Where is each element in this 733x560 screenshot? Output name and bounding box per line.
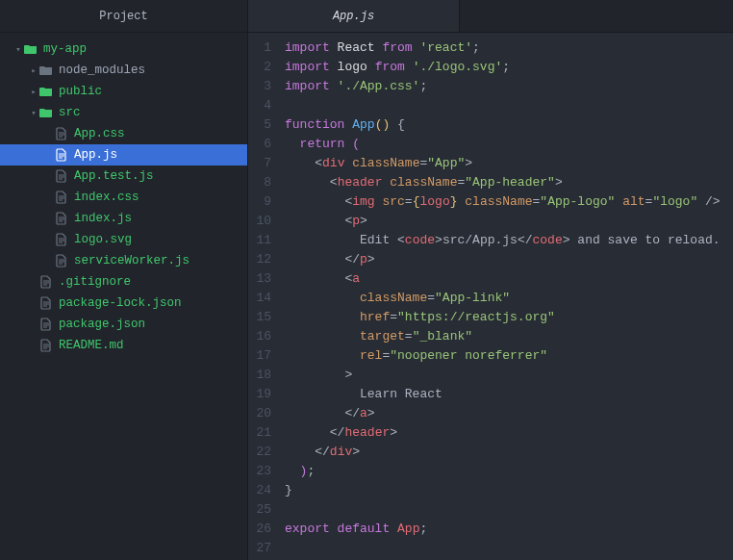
tree-item--gitignore[interactable]: .gitignore (0, 271, 247, 293)
code-line[interactable]: } (285, 481, 733, 500)
tree-item-label: App.css (74, 127, 125, 140)
tree-item-package-json[interactable]: package.json (0, 314, 247, 335)
code-line[interactable]: <a (285, 269, 733, 289)
line-number: 11 (248, 231, 271, 250)
line-number: 8 (248, 173, 271, 192)
tree-item-index-css[interactable]: index.css (0, 187, 247, 208)
line-number: 4 (248, 96, 271, 115)
tree-item-label: .gitignore (59, 275, 131, 289)
tree-item-src[interactable]: ▾ src (0, 102, 247, 123)
code-line[interactable]: function App() { (285, 115, 733, 135)
code-content[interactable]: import React from 'react';import logo fr… (281, 38, 733, 560)
line-number: 16 (248, 327, 271, 346)
chevron-right-icon[interactable]: ▸ (29, 65, 38, 76)
code-area[interactable]: 1234567891011121314151617181920212223242… (248, 33, 733, 560)
tree-item-label: App.test.js (74, 169, 154, 183)
line-number: 24 (248, 481, 271, 500)
line-number: 13 (248, 269, 271, 289)
code-line[interactable]: return ( (285, 135, 733, 154)
tree-item-label: package.json (59, 318, 145, 331)
line-number: 27 (248, 539, 271, 558)
tree-item-my-app[interactable]: ▾ my-app (0, 38, 247, 60)
tree-item-label: public (59, 85, 102, 98)
tree-item-app-js[interactable]: App.js (0, 144, 247, 165)
project-sidebar: Project ▾ my-app▸ node_modules▸ public▾ … (0, 0, 248, 560)
tree-item-label: my-app (43, 42, 87, 56)
line-number: 19 (248, 385, 271, 404)
chevron-right-icon[interactable]: ▸ (29, 87, 38, 97)
tree-item-readme-md[interactable]: README.md (0, 335, 247, 356)
code-line[interactable]: import logo from './logo.svg'; (285, 58, 733, 77)
code-line[interactable] (285, 96, 733, 115)
line-number: 5 (248, 115, 271, 135)
folder-open-icon (23, 43, 38, 55)
code-line[interactable]: <img src={logo} className="App-logo" alt… (285, 192, 733, 212)
code-line[interactable]: <p> (285, 212, 733, 231)
sidebar-title: Project (0, 0, 247, 33)
code-line[interactable]: ); (285, 462, 733, 481)
tree-item-label: serviceWorker.js (74, 254, 190, 267)
tree-item-node_modules[interactable]: ▸ node_modules (0, 60, 247, 81)
file-icon (54, 148, 69, 162)
file-icon (38, 339, 54, 352)
tree-item-index-js[interactable]: index.js (0, 208, 247, 229)
line-number: 20 (248, 404, 271, 423)
editor-pane: App.js 123456789101112131415161718192021… (248, 0, 733, 560)
tree-item-label: package-lock.json (59, 296, 182, 310)
code-line[interactable]: import './App.css'; (285, 77, 733, 96)
code-line[interactable]: href="https://reactjs.org" (285, 308, 733, 327)
line-number: 23 (248, 462, 271, 481)
tree-item-package-lock-json[interactable]: package-lock.json (0, 293, 247, 314)
code-line[interactable]: </p> (285, 250, 733, 269)
tree-item-label: App.js (74, 148, 117, 162)
code-line[interactable]: export default App; (285, 520, 733, 539)
code-line[interactable]: </header> (285, 423, 733, 443)
line-number: 18 (248, 366, 271, 385)
file-icon (54, 169, 69, 183)
code-line[interactable]: > (285, 366, 733, 385)
file-icon (54, 212, 69, 225)
code-line[interactable] (285, 539, 733, 558)
line-number: 7 (248, 154, 271, 173)
tree-item-label: index.js (74, 212, 132, 225)
tree-item-serviceworker-js[interactable]: serviceWorker.js (0, 250, 247, 271)
line-number: 22 (248, 443, 271, 462)
tree-item-label: index.css (74, 191, 139, 204)
tree-item-label: README.md (59, 339, 124, 352)
line-number: 17 (248, 346, 271, 366)
line-number: 9 (248, 192, 271, 212)
folder-open-icon (38, 107, 54, 118)
code-line[interactable]: target="_blank" (285, 327, 733, 346)
line-gutter: 1234567891011121314151617181920212223242… (248, 38, 281, 560)
line-number: 2 (248, 58, 271, 77)
code-line[interactable]: import React from 'react'; (285, 38, 733, 58)
line-number: 14 (248, 289, 271, 308)
code-line[interactable]: <header className="App-header"> (285, 173, 733, 192)
tab-app-js[interactable]: App.js (248, 0, 460, 32)
tree-item-app-test-js[interactable]: App.test.js (0, 165, 247, 187)
line-number: 10 (248, 212, 271, 231)
line-number: 12 (248, 250, 271, 269)
code-line[interactable]: rel="noopener noreferrer" (285, 346, 733, 366)
line-number: 15 (248, 308, 271, 327)
code-line[interactable] (285, 500, 733, 520)
tree-item-app-css[interactable]: App.css (0, 123, 247, 144)
line-number: 25 (248, 500, 271, 520)
file-icon (38, 275, 54, 289)
tree-item-label: logo.svg (74, 233, 132, 246)
code-line[interactable]: </a> (285, 404, 733, 423)
editor-tabs: App.js (248, 0, 733, 33)
code-line[interactable]: Edit <code>src/App.js</code> and save to… (285, 231, 733, 250)
folder-open-icon (38, 86, 54, 97)
tree-item-logo-svg[interactable]: logo.svg (0, 229, 247, 250)
chevron-down-icon[interactable]: ▾ (29, 108, 38, 118)
code-line[interactable]: <div className="App"> (285, 154, 733, 173)
code-line[interactable]: className="App-link" (285, 289, 733, 308)
tree-item-label: node_modules (59, 64, 145, 77)
chevron-down-icon[interactable]: ▾ (13, 44, 23, 55)
code-line[interactable]: </div> (285, 443, 733, 462)
line-number: 26 (248, 520, 271, 539)
tree-item-public[interactable]: ▸ public (0, 81, 247, 102)
code-line[interactable]: Learn React (285, 385, 733, 404)
file-icon (54, 254, 69, 267)
